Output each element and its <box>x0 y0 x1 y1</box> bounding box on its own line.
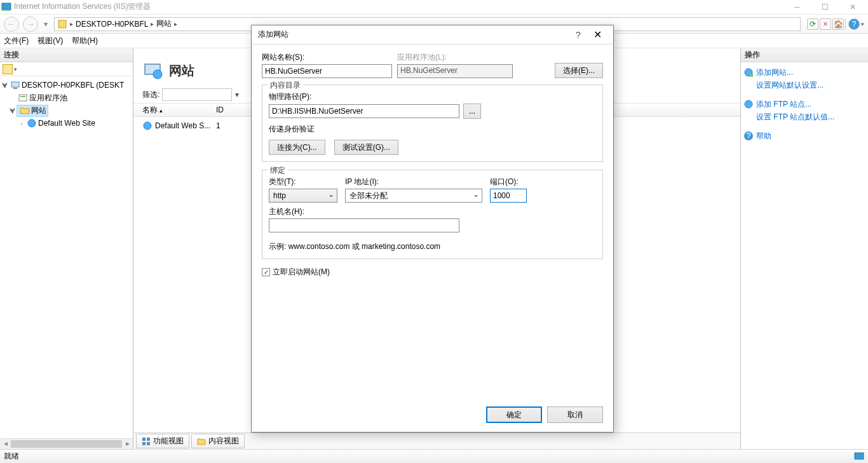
filter-dropdown-icon[interactable]: ▾ <box>232 88 242 101</box>
svg-rect-0 <box>2 3 11 10</box>
svg-point-10 <box>144 122 151 130</box>
maximize-button[interactable]: ☐ <box>811 0 839 14</box>
twisty-collapse-icon[interactable]: ⮟ <box>9 107 17 114</box>
ip-select[interactable]: 全部未分配 <box>345 189 482 203</box>
computer-icon <box>10 80 20 90</box>
apppool-display: HB.NuGetServer <box>397 64 513 78</box>
status-bar: 就绪 <box>0 449 868 463</box>
actions-panel: 操作 添加网站... 设置网站默认设置... 添加 FTP 站点... 设置 F… <box>741 48 868 449</box>
add-website-dialog: 添加网站 ? ✕ 网站名称(S): 应用程序池(L): HB.NuGetServ… <box>251 25 614 433</box>
tree-node-sites[interactable]: ⮟ 网站 <box>0 104 133 117</box>
type-select[interactable]: http <box>269 189 337 203</box>
tab-features-view[interactable]: 功能视图 <box>136 434 189 448</box>
back-button[interactable]: ← <box>4 17 19 32</box>
hostname-label: 主机名(H): <box>269 206 596 217</box>
filter-label: 筛选: <box>142 90 159 100</box>
connections-toolbar: ▾ <box>0 62 133 76</box>
help-dropdown-icon[interactable]: ▾ <box>861 21 864 27</box>
tree-node-apppools[interactable]: 应用程序池 <box>0 91 133 104</box>
help-icon[interactable]: ? <box>848 18 860 30</box>
select-apppool-button[interactable]: 选择(E)... <box>555 63 603 78</box>
minimize-button[interactable]: ─ <box>783 0 811 14</box>
menu-file[interactable]: 文件(F) <box>4 36 29 46</box>
stop-icon[interactable]: × <box>820 18 831 30</box>
history-dropdown[interactable]: ▾ <box>40 20 51 29</box>
connections-tree: ⮟ DESKTOP-H0PKBFL (DESKT 应用程序池 ⮟ 网站 › De… <box>0 76 133 438</box>
twisty-collapse-icon[interactable]: ⮟ <box>1 82 9 89</box>
autostart-row: ✓ 立即启动网站(M) <box>262 267 603 278</box>
globe-icon <box>27 118 37 128</box>
home-icon[interactable]: 🏠 <box>832 18 844 30</box>
dialog-titlebar: 添加网站 ? ✕ <box>252 25 613 44</box>
iis-app-icon <box>1 2 11 12</box>
connections-hscrollbar[interactable]: ◂▸ <box>0 438 133 449</box>
dialog-close-button[interactable]: ✕ <box>588 29 607 41</box>
page-title: 网站 <box>169 62 194 79</box>
svg-rect-20 <box>855 453 864 459</box>
svg-rect-16 <box>750 74 753 77</box>
menu-help[interactable]: 帮助(H) <box>72 36 98 46</box>
actions-header: 操作 <box>741 48 868 62</box>
twisty-expand-icon[interactable]: › <box>18 120 25 127</box>
cancel-button[interactable]: 取消 <box>547 406 603 423</box>
toolbar-icons: ⟳ × 🏠 ? ▾ <box>803 18 868 30</box>
ftp-icon <box>743 99 754 109</box>
dialog-help-button[interactable]: ? <box>569 30 588 40</box>
forward-button[interactable]: → <box>23 17 38 32</box>
hostname-input[interactable] <box>269 218 459 232</box>
physpath-label: 物理路径(P): <box>269 91 596 102</box>
tab-content-view[interactable]: 内容视图 <box>191 434 245 448</box>
content-view-icon <box>197 437 206 446</box>
physpath-input[interactable] <box>269 104 459 118</box>
ok-button[interactable]: 确定 <box>486 406 542 423</box>
svg-rect-6 <box>20 96 25 97</box>
sitename-input[interactable] <box>262 64 392 78</box>
address-seg-sites: 网站 <box>156 18 172 29</box>
connections-panel: 连接 ▾ ⮟ DESKTOP-H0PKBFL (DESKT 应用程序池 ⮟ 网站 <box>0 48 133 449</box>
view-tabs: 功能视图 内容视图 <box>133 433 740 449</box>
hostname-example: 示例: www.contoso.com 或 marketing.contoso.… <box>269 241 596 252</box>
cell-id: 1 <box>216 121 220 130</box>
col-name[interactable]: 名称 ▴ <box>142 105 216 116</box>
svg-rect-4 <box>13 88 17 89</box>
window-title: Internet Information Services (IIS)管理器 <box>14 1 151 12</box>
filter-input[interactable] <box>162 88 232 101</box>
action-add-ftp-site[interactable]: 添加 FTP 站点... <box>743 98 865 111</box>
action-add-website[interactable]: 添加网站... <box>743 66 865 79</box>
close-button[interactable]: ✕ <box>839 0 867 14</box>
menu-view[interactable]: 视图(V) <box>37 36 63 46</box>
svg-rect-3 <box>11 82 19 87</box>
window-titlebar: Internet Information Services (IIS)管理器 ─… <box>0 0 868 14</box>
cell-name: Default Web S... <box>155 121 210 130</box>
tree-node-host[interactable]: ⮟ DESKTOP-H0PKBFL (DESKT <box>0 79 133 91</box>
svg-rect-13 <box>142 442 146 445</box>
connections-dropdown-icon[interactable]: ▾ <box>14 66 17 72</box>
connections-header: 连接 <box>0 48 133 62</box>
server-icon <box>57 19 67 29</box>
svg-rect-14 <box>147 442 150 445</box>
svg-rect-2 <box>58 20 66 28</box>
svg-rect-5 <box>19 95 27 101</box>
connect-as-button[interactable]: 连接为(C)... <box>269 140 325 155</box>
autostart-checkbox[interactable]: ✓ <box>262 268 270 276</box>
binding-legend: 绑定 <box>268 165 288 176</box>
svg-point-17 <box>745 100 752 108</box>
action-help[interactable]: ? 帮助 <box>743 130 865 142</box>
help-icon: ? <box>743 131 754 141</box>
port-input[interactable] <box>490 189 527 203</box>
svg-rect-1 <box>2 10 11 11</box>
svg-text:?: ? <box>747 131 751 140</box>
test-settings-button[interactable]: 测试设置(G)... <box>334 140 398 155</box>
action-set-site-defaults[interactable]: 设置网站默认设置... <box>743 79 865 91</box>
tree-node-default-site[interactable]: › Default Web Site <box>0 117 133 130</box>
action-set-ftp-defaults[interactable]: 设置 FTP 站点默认值... <box>743 111 865 123</box>
iis-tray-icon <box>854 452 864 462</box>
browse-path-button[interactable]: ... <box>463 104 481 119</box>
save-connection-icon[interactable] <box>3 64 13 74</box>
globe-add-icon <box>743 67 754 77</box>
folder-open-icon <box>20 105 30 116</box>
svg-rect-12 <box>147 438 150 441</box>
globe-icon <box>142 121 153 131</box>
ip-label: IP 地址(I): <box>345 177 485 187</box>
refresh-icon[interactable]: ⟳ <box>807 18 818 30</box>
